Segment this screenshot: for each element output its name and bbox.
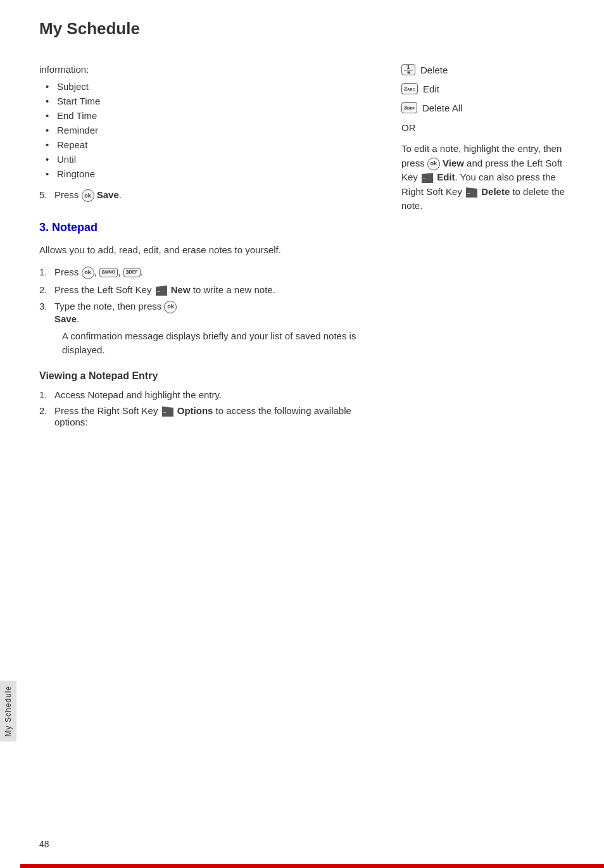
ok-key-icon: ok: [82, 189, 94, 202]
list-item: Ringtone: [46, 168, 376, 179]
step-content: Press ok Save.: [54, 189, 376, 202]
left-soft-key-icon: −: [154, 286, 168, 296]
right-item-edit: 2ABC Edit: [401, 83, 579, 94]
list-item: Start Time: [46, 96, 376, 106]
svg-text:−: −: [157, 289, 160, 294]
list-item: Reminder: [46, 125, 376, 135]
page-number: 48: [39, 839, 49, 849]
key-1-icon: 1☰: [401, 64, 415, 75]
side-tab: My Schedule: [0, 681, 16, 741]
svg-text:−: −: [163, 410, 167, 415]
right-soft-key-right-icon: −: [465, 187, 479, 198]
list-item: End Time: [46, 110, 376, 121]
list-item: Subject: [46, 81, 376, 92]
ok-key: ok: [82, 267, 94, 279]
ok-key-2: ok: [164, 301, 177, 313]
6mno-key: 6MNO: [99, 268, 118, 277]
list-item: Until: [46, 154, 376, 165]
right-soft-key-icon: −: [161, 406, 175, 417]
svg-text:−: −: [467, 191, 470, 196]
right-description: To edit a note, highlight the entry, the…: [401, 142, 579, 213]
edit-label: Edit: [423, 84, 439, 94]
notepad-step-1: 1. Press ok, 6MNO, 3DEF.: [39, 267, 376, 279]
ok-key-right: ok: [427, 158, 440, 170]
delete-label: Delete: [420, 65, 448, 75]
page-title: My Schedule: [39, 19, 579, 39]
3def-key: 3DEF: [123, 268, 141, 277]
viewing-step-1: 1. Access Notepad and highlight the entr…: [39, 389, 376, 400]
right-item-delete: 1☰ Delete: [401, 64, 579, 75]
right-item-delete-all: 3DEF Delete All: [401, 102, 579, 113]
step-5: 5. Press ok Save.: [39, 189, 376, 202]
bottom-bar: [20, 864, 604, 868]
info-label: information:: [39, 64, 376, 75]
notepad-step-2: 2. Press the Left Soft Key − New to writ…: [39, 284, 376, 296]
list-item: Repeat: [46, 139, 376, 150]
or-separator: OR: [401, 122, 579, 133]
viewing-heading: Viewing a Notepad Entry: [39, 370, 376, 382]
delete-all-label: Delete All: [422, 103, 462, 113]
viewing-step-2: 2. Press the Right Soft Key − Options to…: [39, 405, 376, 427]
step-num: 5.: [39, 189, 51, 200]
section-title: Notepad: [52, 221, 98, 234]
notepad-step-3: 3. Type the note, then press ok Save.: [39, 301, 376, 324]
svg-text:−: −: [423, 176, 426, 182]
confirmation-note: A confirmation message displays briefly …: [39, 329, 376, 358]
info-bullet-list: Subject Start Time End Time Reminder Rep…: [39, 81, 376, 179]
left-soft-key-right-icon: −: [420, 173, 434, 183]
key-3-icon: 3DEF: [401, 102, 417, 113]
notepad-description: Allows you to add, read, edit, and erase…: [39, 243, 376, 258]
key-2-icon: 2ABC: [401, 83, 418, 94]
section-number: 3.: [39, 221, 52, 234]
section-notepad-heading: 3. Notepad: [39, 221, 376, 234]
